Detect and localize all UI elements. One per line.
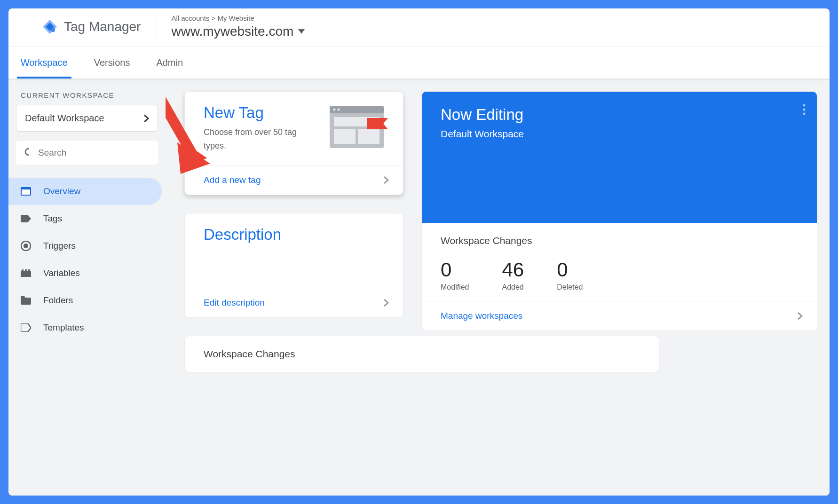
app-name: Tag Manager (64, 19, 141, 34)
sidebar: CURRENT WORKSPACE Default Workspace Over… (8, 79, 166, 496)
stat-deleted: 0 Deleted (557, 259, 583, 291)
svg-rect-10 (28, 269, 30, 271)
dropdown-caret-icon (298, 29, 305, 34)
tab-versions-label: Versions (94, 57, 130, 68)
sidebar-variables-label: Variables (43, 268, 80, 278)
header: Tag Manager All accounts > My Website ww… (8, 8, 830, 47)
search-input[interactable] (38, 148, 150, 158)
now-editing-header: Now Editing Default Workspace (422, 92, 817, 223)
sidebar-tags-label: Tags (43, 213, 62, 224)
sidebar-item-folders[interactable]: Folders (8, 287, 162, 314)
chevron-right-icon (383, 299, 389, 307)
sidebar-triggers-label: Triggers (43, 241, 76, 251)
manage-workspaces-button[interactable]: Manage workspaces (422, 301, 817, 331)
svg-point-16 (333, 109, 336, 111)
stat-modified-value: 0 (441, 259, 469, 281)
chevron-right-icon (797, 312, 803, 320)
container-selector[interactable]: www.mywebsite.com (171, 24, 305, 39)
new-tag-title: New Tag (204, 104, 318, 122)
svg-rect-19 (334, 129, 356, 144)
trigger-icon (21, 241, 31, 251)
templates-icon (21, 323, 31, 333)
workspace-stats: 0 Modified 46 Added 0 Deleted (422, 246, 817, 301)
folder-icon (21, 295, 31, 306)
stat-modified: 0 Modified (441, 259, 469, 291)
header-divider (156, 16, 156, 37)
stat-deleted-value: 0 (557, 259, 583, 281)
stat-added-value: 46 (502, 259, 524, 281)
breadcrumb[interactable]: All accounts > My Website (171, 14, 305, 22)
svg-point-6 (24, 244, 28, 248)
svg-point-21 (803, 104, 806, 107)
current-workspace-label: CURRENT WORKSPACE (8, 91, 166, 105)
variables-icon (21, 268, 31, 278)
chevron-right-icon (143, 114, 149, 123)
tab-admin-label: Admin (156, 57, 183, 68)
svg-point-17 (338, 109, 340, 111)
sidebar-item-variables[interactable]: Variables (8, 260, 162, 287)
sidebar-templates-label: Templates (43, 323, 84, 333)
workspace-name: Default Workspace (25, 113, 104, 124)
domain-name: www.mywebsite.com (171, 24, 293, 39)
svg-rect-8 (22, 269, 24, 271)
svg-point-1 (25, 149, 29, 155)
search-icon (24, 148, 29, 158)
sidebar-item-overview[interactable]: Overview (8, 178, 162, 205)
now-editing-workspace: Default Workspace (441, 128, 803, 140)
stat-added-label: Added (502, 283, 524, 291)
chevron-right-icon (383, 176, 389, 184)
sidebar-item-tags[interactable]: Tags (8, 205, 162, 232)
workspace-changes-subtitle: Workspace Changes (422, 223, 817, 246)
description-card: Description Edit description (184, 213, 403, 318)
tab-admin[interactable]: Admin (156, 47, 183, 79)
new-tag-subtitle: Choose from over 50 tag types. (204, 126, 318, 153)
search-box[interactable] (16, 141, 158, 165)
tag-manager-logo-icon (41, 18, 58, 35)
svg-point-23 (803, 113, 806, 115)
add-new-tag-label: Add a new tag (204, 175, 261, 185)
new-tag-illustration-icon (328, 104, 389, 151)
edit-description-button[interactable]: Edit description (185, 288, 403, 317)
workspace-selector[interactable]: Default Workspace (16, 105, 158, 132)
svg-rect-7 (21, 271, 31, 277)
add-new-tag-button[interactable]: Add a new tag (185, 165, 403, 195)
svg-point-22 (803, 109, 806, 111)
sidebar-folders-label: Folders (43, 295, 73, 306)
tab-workspace-label: Workspace (21, 57, 68, 68)
now-editing-card: Now Editing Default Workspace Workspace … (421, 91, 817, 331)
svg-rect-9 (25, 269, 27, 271)
tag-icon (21, 213, 31, 224)
body: CURRENT WORKSPACE Default Workspace Over… (8, 79, 830, 496)
svg-rect-20 (358, 129, 379, 144)
left-column: New Tag Choose from over 50 tag types. (184, 91, 403, 496)
content: New Tag Choose from over 50 tag types. (166, 79, 830, 496)
right-column: Now Editing Default Workspace Workspace … (421, 91, 817, 496)
tab-versions[interactable]: Versions (94, 47, 130, 79)
breadcrumb-wrap: All accounts > My Website www.mywebsite.… (171, 14, 305, 39)
main-tabs: Workspace Versions Admin (8, 47, 830, 79)
edit-description-label: Edit description (204, 298, 265, 308)
sidebar-item-templates[interactable]: Templates (8, 314, 162, 341)
new-tag-card: New Tag Choose from over 50 tag types. (184, 91, 403, 195)
svg-rect-4 (22, 189, 30, 195)
logo: Tag Manager (41, 18, 141, 35)
app-window: Tag Manager All accounts > My Website ww… (8, 8, 830, 496)
stat-modified-label: Modified (441, 283, 469, 291)
overview-icon (21, 186, 31, 197)
svg-point-0 (51, 28, 55, 32)
description-title: Description (204, 226, 281, 244)
stat-added: 46 Added (502, 259, 524, 291)
sidebar-overview-label: Overview (43, 186, 80, 197)
manage-workspaces-label: Manage workspaces (441, 311, 522, 321)
now-editing-title: Now Editing (441, 106, 803, 124)
sidebar-item-triggers[interactable]: Triggers (8, 232, 162, 260)
stat-deleted-label: Deleted (557, 283, 583, 291)
tab-workspace[interactable]: Workspace (21, 47, 68, 79)
more-vert-icon[interactable] (803, 104, 806, 115)
